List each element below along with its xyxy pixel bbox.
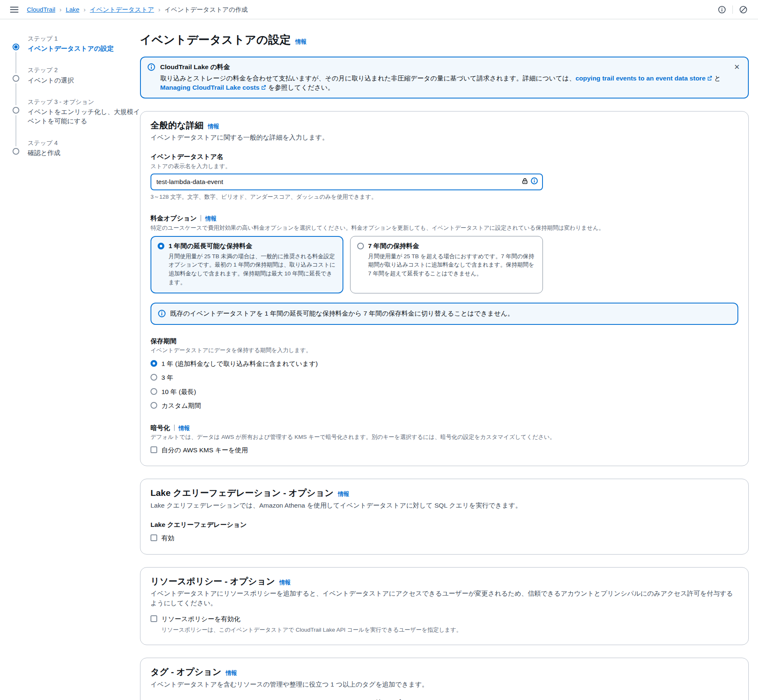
step-caption: ステップ 1 [28, 34, 140, 43]
kms-key-checkbox-row[interactable]: 自分の AWS KMS キーを使用 [151, 446, 738, 455]
step-link-choose-events: イベントの選択 [28, 76, 140, 85]
breadcrumb-link-event-data-stores[interactable]: イベントデータストア [90, 5, 154, 14]
retention-option-label: カスタム期間 [161, 401, 201, 410]
tags-card: タグ - オプション 情報 イベントデータストアを含むリソースの管理や整理に役立… [140, 658, 749, 700]
banner-text-segment: と [712, 75, 721, 82]
hamburger-menu-icon[interactable] [10, 7, 18, 13]
retention-option-label: 3 年 [161, 373, 173, 382]
step-caption: ステップ 2 [28, 66, 140, 75]
topbar-divider [732, 5, 733, 14]
radio-selected-icon[interactable] [151, 360, 157, 367]
step-item-2: ステップ 2 イベントの選択 [13, 66, 140, 97]
pricing-note-alert: 既存のイベントデータストアを 1 年間の延長可能な保持料金から 7 年間の保存料… [151, 303, 738, 324]
policy-info-link[interactable]: 情報 [279, 578, 291, 587]
section-desc: Lake クエリフェデレーションでは、Amazon Athena を使用してイベ… [151, 501, 738, 510]
federation-enable-label: 有効 [161, 534, 174, 543]
section-title: Lake クエリーフェデレーション - オプション [151, 487, 334, 499]
tag-value-column-label: 値 - オプション [375, 698, 592, 700]
policy-checkbox-desc: リソースポリシーは、このイベントデータストアで CloudTrail Lake … [161, 626, 738, 634]
lock-icon [522, 178, 528, 184]
event-data-store-name-input[interactable] [151, 174, 543, 190]
wizard-steps-nav: ステップ 1 イベントデータストアの設定 ステップ 2 イベントの選択 ステップ… [13, 30, 140, 700]
event-data-store-name-desc: ストアの表示名を入力します。 [151, 162, 738, 171]
field-info-indicator-icon[interactable] [531, 177, 538, 184]
radio-unselected-icon[interactable] [357, 243, 364, 249]
banner-text-segment: 取り込みとストレージの料金を合わせて支払いますが、その月に取り込まれた非圧縮デー… [160, 75, 576, 82]
step-item-1: ステップ 1 イベントデータストアの設定 [13, 34, 140, 66]
general-info-link[interactable]: 情報 [208, 122, 219, 131]
label-divider [200, 215, 201, 221]
breadcrumb-current: イベントデータストアの作成 [165, 5, 248, 14]
breadcrumb-link-cloudtrail[interactable]: CloudTrail [27, 5, 55, 14]
encryption-label: 暗号化 [151, 424, 170, 431]
banner-link-copying-trail-events[interactable]: copying trail events to an event data st… [576, 75, 706, 82]
step-bullet-icon [13, 148, 19, 155]
option-desc: 月間使用量が 25 TB 未満の場合は、一般的に推奨される料金設定オプションです… [169, 252, 336, 288]
slash-circle-icon[interactable] [739, 5, 748, 14]
kms-key-checkbox-label: 自分の AWS KMS キーを使用 [161, 446, 248, 455]
retention-option-1-year[interactable]: 1 年 (追加料金なしで取り込み料金に含まれています) [151, 359, 738, 368]
checkbox-unchecked-icon[interactable] [151, 615, 157, 622]
banner-title: CloudTrail Lake の料金 [160, 62, 727, 72]
step-link-configure-store[interactable]: イベントデータストアの設定 [28, 44, 140, 53]
step-item-4: ステップ 4 確認と作成 [13, 139, 140, 170]
info-circle-icon [158, 310, 166, 317]
option-desc: 月間使用量が 25 TB を超える場合におすすめです。7 年間の保持期間が取り込… [368, 252, 536, 279]
pricing-option-desc: 特定のユースケースで費用対効果の高い料金オプションを選択してください。料金オプシ… [151, 224, 738, 232]
checkbox-unchecked-icon[interactable] [151, 446, 157, 453]
pricing-option-seven-year[interactable]: 7 年間の保持料金 月間使用量が 25 TB を超える場合におすすめです。7 年… [350, 236, 543, 293]
radio-unselected-icon[interactable] [151, 402, 157, 409]
banner-text-segment: を参照してください。 [266, 84, 334, 91]
option-title: 7 年間の保持料金 [368, 241, 536, 251]
external-link-icon [707, 75, 712, 80]
info-circle-icon [148, 63, 155, 73]
name-constraint-text: 3～128 文字。文字、数字、ピリオド、アンダースコア、ダッシュのみを使用できま… [151, 193, 738, 201]
tags-info-link[interactable]: 情報 [226, 669, 237, 677]
pricing-info-link[interactable]: 情報 [205, 215, 216, 222]
event-data-store-name-label: イベントデータストア名 [151, 152, 738, 161]
section-title: リソースポリシー - オプション [151, 575, 275, 588]
pricing-option-one-year[interactable]: 1 年間の延長可能な保持料金 月間使用量が 25 TB 未満の場合は、一般的に推… [151, 236, 343, 293]
banner-link-managing-lake-costs[interactable]: Managing CloudTrail Lake costs [160, 84, 260, 91]
banner-close-icon[interactable]: × [732, 62, 741, 72]
retention-desc: イベントデータストアにデータを保持する期間を入力します。 [151, 346, 738, 355]
option-title: 1 年間の延長可能な保持料金 [169, 241, 336, 251]
section-title: 全般的な詳細 [151, 119, 204, 132]
retention-option-label: 10 年 (最長) [161, 387, 196, 397]
step-caption: ステップ 3 - オプション [28, 98, 140, 106]
policy-enable-checkbox-row[interactable]: リソースポリシーを有効化 [151, 614, 738, 624]
radio-unselected-icon[interactable] [151, 374, 157, 381]
retention-label: 保存期間 [151, 337, 738, 346]
breadcrumb-separator: › [158, 5, 161, 14]
step-bullet-icon [13, 107, 19, 114]
radio-selected-icon[interactable] [158, 243, 164, 249]
page-title-info-link[interactable]: 情報 [295, 38, 306, 46]
top-navigation-bar: CloudTrail › Lake › イベントデータストア › イベントデータ… [0, 0, 758, 19]
step-bullet-icon [13, 75, 19, 82]
step-link-review-create: 確認と作成 [28, 148, 140, 158]
checkbox-unchecked-icon[interactable] [151, 534, 157, 541]
breadcrumb-separator: › [60, 5, 62, 14]
retention-option-10-years[interactable]: 10 年 (最長) [151, 387, 738, 397]
encryption-desc: デフォルトでは、データは AWS が所有および管理する KMS キーで暗号化され… [151, 433, 738, 441]
retention-option-custom[interactable]: カスタム期間 [151, 401, 738, 410]
federation-field-label: Lake クエリーフェデレーション [151, 520, 738, 529]
step-active-bullet-icon [13, 44, 19, 50]
encryption-info-link[interactable]: 情報 [179, 425, 190, 431]
federation-info-link[interactable]: 情報 [338, 490, 349, 498]
step-link-enrich-events: イベントをエンリッチ化し、大規模イベントを可能にする [28, 107, 140, 126]
pricing-note-text: 既存のイベントデータストアを 1 年間の延長可能な保持料金から 7 年間の保存料… [170, 309, 514, 318]
breadcrumb: CloudTrail › Lake › イベントデータストア › イベントデータ… [27, 5, 248, 14]
retention-option-3-years[interactable]: 3 年 [151, 373, 738, 382]
section-title: タグ - オプション [151, 666, 221, 678]
step-item-3: ステップ 3 - オプション イベントをエンリッチ化し、大規模イベントを可能にす… [13, 98, 140, 139]
tag-key-column-label: キー [151, 698, 367, 700]
pricing-option-label: 料金オプション [151, 215, 197, 222]
federation-enable-checkbox-row[interactable]: 有効 [151, 534, 738, 543]
breadcrumb-link-lake[interactable]: Lake [66, 5, 80, 14]
info-icon[interactable] [717, 5, 727, 14]
radio-unselected-icon[interactable] [151, 388, 157, 395]
general-details-card: 全般的な詳細 情報 イベントデータストアに関する一般的な詳細を入力します。 イベ… [140, 111, 749, 467]
section-desc: イベントデータストアを含むリソースの管理や整理に役立つ 1 つ以上のタグを追加で… [151, 680, 738, 689]
banner-text: 取り込みとストレージの料金を合わせて支払いますが、その月に取り込まれた非圧縮デー… [160, 74, 727, 93]
